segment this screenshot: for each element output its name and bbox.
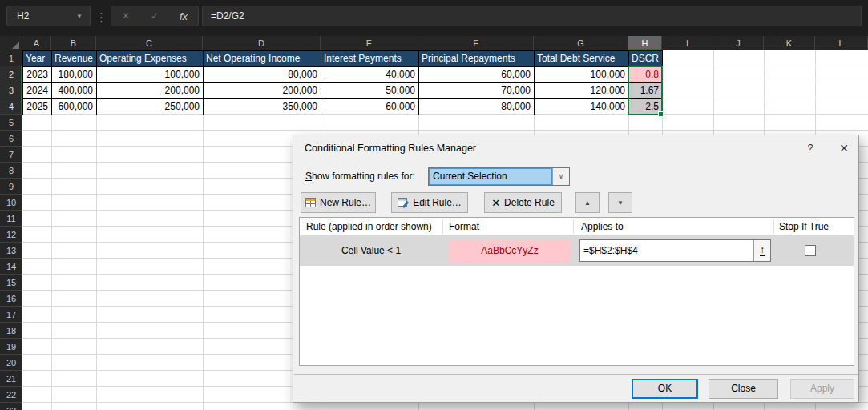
cell-B3[interactable]: 400,000 [52, 83, 97, 99]
row-header-8[interactable]: 8 [0, 163, 22, 179]
row-headers: 1234567891011121314151617181920212223 [0, 50, 22, 410]
column-header-E[interactable]: E [321, 36, 418, 50]
cell-G1[interactable]: Total Debt Service [535, 51, 629, 67]
row-header-3[interactable]: 3 [0, 82, 22, 98]
cell-C1[interactable]: Operating Expenses [97, 51, 204, 67]
cell-H1[interactable]: DSCR [629, 51, 663, 67]
chevron-down-icon[interactable]: ∨ [552, 168, 569, 185]
column-header-A[interactable]: A [22, 36, 51, 50]
row-header-9[interactable]: 9 [0, 179, 22, 195]
stop-if-true-checkbox[interactable] [805, 245, 816, 256]
row-header-19[interactable]: 19 [0, 339, 22, 355]
cell-E3[interactable]: 50,000 [321, 83, 419, 99]
row-header-21[interactable]: 21 [0, 371, 22, 387]
more-options-icon: ⋮ [95, 10, 107, 26]
cell-A3[interactable]: 2024 [23, 83, 52, 99]
ok-button[interactable]: OK [632, 379, 698, 399]
cell-B1[interactable]: Revenue [52, 51, 97, 67]
cell-A4[interactable]: 2025 [23, 99, 52, 115]
cell-C2[interactable]: 100,000 [97, 67, 204, 83]
row-header-16[interactable]: 16 [0, 291, 22, 307]
cell-D3[interactable]: 200,000 [204, 83, 321, 99]
column-header-F[interactable]: F [418, 36, 534, 50]
rules-list: Rule (applied in order shown) Format App… [299, 217, 854, 366]
applies-to-field[interactable]: ↑ [579, 239, 771, 262]
applies-to-input[interactable] [580, 240, 753, 261]
table-header-row: YearRevenueOperating ExpensesNet Operati… [23, 51, 663, 67]
row-header-1[interactable]: 1 [0, 50, 22, 66]
cell-E4[interactable]: 60,000 [321, 99, 419, 115]
delete-rule-icon: ✕ [491, 197, 500, 209]
cell-C4[interactable]: 250,000 [97, 99, 204, 115]
down-arrow-icon: ▼ [617, 199, 624, 207]
row-header-15[interactable]: 15 [0, 275, 22, 291]
row-header-12[interactable]: 12 [0, 227, 22, 243]
cell-B2[interactable]: 180,000 [52, 67, 97, 83]
column-header-D[interactable]: D [203, 36, 321, 50]
move-rule-down-button[interactable]: ▼ [608, 192, 632, 213]
cf-rules-manager-dialog: Conditional Formatting Rules Manager ? ✕… [293, 135, 859, 403]
row-header-4[interactable]: 4 [0, 98, 22, 115]
select-all-triangle-icon [12, 42, 19, 49]
apply-button[interactable]: Apply [790, 379, 854, 399]
cell-D2[interactable]: 80,000 [204, 67, 321, 83]
row-header-18[interactable]: 18 [0, 323, 22, 339]
column-header-H[interactable]: H [628, 36, 662, 50]
column-header-C[interactable]: C [96, 36, 203, 50]
close-button[interactable]: Close [709, 379, 778, 399]
range-picker-button[interactable]: ↑ [753, 240, 770, 261]
cell-E1[interactable]: Interest Payments [321, 51, 419, 67]
column-header-I[interactable]: I [662, 36, 713, 50]
enter-icon[interactable]: ✓ [151, 10, 159, 22]
cell-G4[interactable]: 140,000 [535, 99, 629, 115]
cell-F2[interactable]: 60,000 [419, 67, 535, 83]
cell-H3[interactable]: 1.67 [629, 83, 663, 99]
delete-rule-button[interactable]: ✕ Delete Rule [484, 192, 562, 213]
cell-C3[interactable]: 200,000 [97, 83, 204, 99]
row-header-10[interactable]: 10 [0, 195, 22, 211]
help-icon[interactable]: ? [801, 140, 819, 156]
column-header-J[interactable]: J [713, 36, 764, 50]
close-icon[interactable]: ✕ [835, 140, 853, 156]
row-header-23[interactable]: 23 [0, 403, 22, 410]
new-rule-button[interactable]: New Rule… [301, 192, 376, 213]
move-rule-up-button[interactable]: ▲ [575, 192, 600, 213]
cell-F4[interactable]: 80,000 [419, 99, 535, 115]
row-header-14[interactable]: 14 [0, 259, 22, 275]
insert-function-icon[interactable]: fx [180, 10, 188, 22]
cell-A1[interactable]: Year [23, 51, 52, 67]
column-header-G[interactable]: G [534, 36, 628, 50]
select-all-corner[interactable] [0, 36, 22, 50]
edit-rule-button[interactable]: Edit Rule… [391, 192, 468, 213]
row-header-20[interactable]: 20 [0, 355, 22, 371]
row-header-7[interactable]: 7 [0, 147, 22, 163]
row-header-13[interactable]: 13 [0, 243, 22, 259]
rule-row[interactable]: Cell Value < 1 AaBbCcYyZz ↑ [300, 235, 854, 266]
cell-A2[interactable]: 2023 [23, 67, 52, 83]
column-header-B[interactable]: B [51, 36, 96, 50]
column-header-L[interactable]: L [815, 36, 868, 50]
name-box[interactable]: H2 ▼ [6, 6, 91, 26]
cell-H2[interactable]: 0.8 [629, 67, 663, 83]
cell-B4[interactable]: 600,000 [52, 99, 97, 115]
rule-name: Cell Value < 1 [300, 235, 442, 266]
show-rules-dropdown[interactable]: Current Selection ∨ [428, 167, 570, 186]
cancel-icon[interactable]: ✕ [122, 10, 130, 22]
row-header-22[interactable]: 22 [0, 387, 22, 403]
column-header-K[interactable]: K [764, 36, 815, 50]
cell-D4[interactable]: 350,000 [204, 99, 321, 115]
row-header-5[interactable]: 5 [0, 115, 22, 131]
row-header-11[interactable]: 11 [0, 211, 22, 227]
cell-D1[interactable]: Net Operating Income [204, 51, 321, 67]
cell-E2[interactable]: 40,000 [321, 67, 419, 83]
cell-F3[interactable]: 70,000 [419, 83, 535, 99]
name-box-dropdown-icon[interactable]: ▼ [76, 13, 83, 20]
row-header-6[interactable]: 6 [0, 131, 22, 147]
cell-G3[interactable]: 120,000 [535, 83, 629, 99]
cell-F1[interactable]: Principal Repayments [419, 51, 535, 67]
row-header-17[interactable]: 17 [0, 307, 22, 323]
cell-G2[interactable]: 100,000 [535, 67, 629, 83]
row-header-2[interactable]: 2 [0, 66, 22, 82]
formula-input[interactable]: =D2/G2 [202, 6, 862, 26]
fill-handle[interactable] [658, 111, 664, 117]
